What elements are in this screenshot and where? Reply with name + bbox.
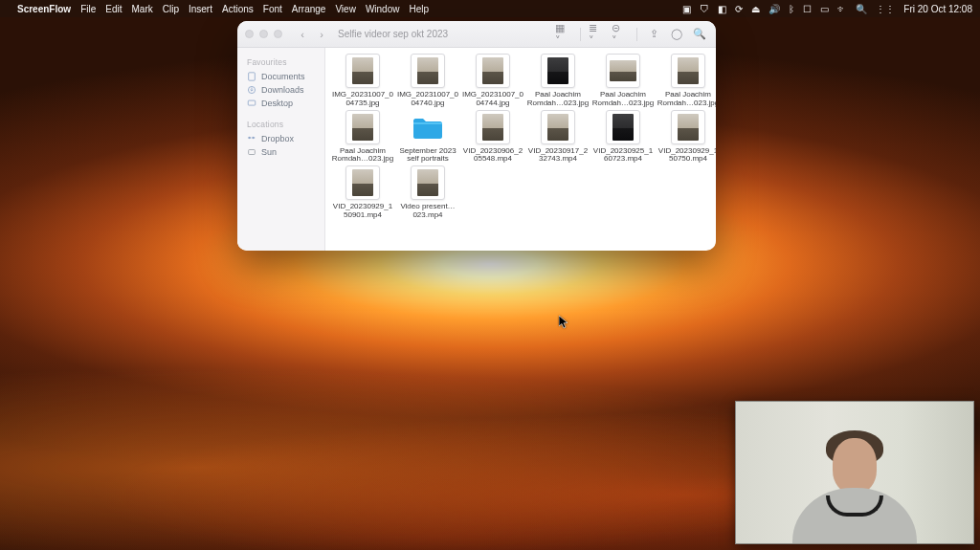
menu-clip[interactable]: Clip (163, 4, 179, 14)
sidebar-item-sun[interactable]: Sun (237, 145, 324, 159)
file-item[interactable]: September 2023 self portraits (396, 110, 459, 165)
file-item[interactable]: IMG_20231007_004735.jpg (331, 54, 394, 108)
forward-button[interactable]: › (315, 28, 328, 41)
minimize-button[interactable] (259, 30, 268, 38)
file-item[interactable]: VID_20230906_205548.mp4 (461, 110, 524, 165)
sidebar-item-label: Sun (261, 147, 277, 157)
image-thumbnail (411, 54, 445, 88)
window-title: Selfie videor sep okt 2023 (338, 29, 448, 39)
menu-font[interactable]: Font (263, 4, 282, 14)
image-thumbnail (606, 54, 640, 88)
file-item[interactable]: VID_20230925_160723.mp4 (591, 110, 655, 165)
image-thumbnail (671, 54, 705, 88)
sidebar-locations-header: Locations (237, 116, 324, 132)
file-name: Video present…023.mp4 (396, 203, 459, 220)
view-icons-button[interactable]: ▦ ˅ (555, 27, 572, 42)
bluetooth-icon[interactable]: ᛒ (789, 4, 794, 14)
search-icon[interactable]: 🔍 (856, 4, 867, 14)
video-thumbnail (476, 110, 510, 144)
video-thumbnail (411, 165, 445, 200)
back-button[interactable]: ‹ (296, 28, 309, 41)
group-button[interactable]: ≣ ˅ (589, 27, 606, 42)
menu-bar: ScreenFlow File Edit Mark Clip Insert Ac… (0, 0, 980, 17)
search-button[interactable]: 🔍 (691, 27, 708, 42)
file-name: IMG_20231007_004740.jpg (396, 91, 459, 108)
image-thumbnail (345, 54, 380, 88)
finder-content[interactable]: IMG_20231007_004735.jpgIMG_20231007_0047… (325, 48, 716, 251)
finder-sidebar: Favourites Documents Downloads Desktop L… (237, 48, 325, 251)
menu-mark[interactable]: Mark (132, 4, 153, 14)
video-thumbnail (606, 110, 640, 144)
sidebar-item-label: Desktop (261, 99, 293, 108)
video-thumbnail (541, 110, 575, 144)
zoom-button[interactable] (274, 30, 282, 38)
file-item[interactable]: Paal Joachim Romdah…023.jpg (657, 54, 716, 108)
menu-edit[interactable]: Edit (105, 4, 122, 14)
sidebar-item-label: Documents (261, 72, 305, 81)
tags-button[interactable]: ◯ (668, 27, 685, 42)
file-item[interactable]: Paal Joachim Romdah…023.jpg (526, 54, 590, 108)
sync-icon[interactable]: ⟳ (735, 4, 743, 14)
file-name: Paal Joachim Romdah…023.jpg (331, 147, 394, 165)
clock[interactable]: Fri 20 Oct 12:08 (903, 4, 972, 14)
menu-actions[interactable]: Actions (222, 4, 254, 14)
sidebar-item-desktop[interactable]: Desktop (237, 97, 324, 110)
menu-insert[interactable]: Insert (189, 4, 212, 14)
file-name: Paal Joachim Romdah…023.jpg (526, 91, 590, 108)
file-name: VID_20230929_150750.mp4 (657, 147, 716, 165)
sidebar-favourites-header: Favourites (237, 54, 324, 70)
file-item[interactable]: VID_20230929_150901.mp4 (331, 165, 394, 220)
finder-window: ‹ › Selfie videor sep okt 2023 ▦ ˅ ≣ ˅ ⊝… (237, 21, 716, 251)
file-name: IMG_20231007_004744.jpg (461, 91, 524, 108)
wifi-icon[interactable]: ᯤ (837, 4, 847, 14)
shield-icon[interactable]: ⛉ (700, 4, 709, 14)
file-item[interactable]: Paal Joachim Romdah…023.jpg (591, 54, 655, 108)
file-item[interactable]: Video present…023.mp4 (396, 165, 459, 220)
menu-arrange[interactable]: Arrange (292, 4, 326, 14)
file-item[interactable]: IMG_20231007_004744.jpg (461, 54, 524, 108)
file-name: September 2023 self portraits (396, 147, 459, 165)
app-menu[interactable]: ScreenFlow (17, 4, 71, 14)
image-thumbnail (541, 54, 575, 88)
file-name: Paal Joachim Romdah…023.jpg (591, 91, 655, 108)
camera-icon[interactable]: ▣ (682, 4, 691, 14)
video-thumbnail (345, 165, 380, 200)
file-item[interactable]: VID_20230917_232743.mp4 (526, 110, 590, 165)
display-icon[interactable]: ☐ (803, 4, 812, 14)
file-name: VID_20230929_150901.mp4 (331, 203, 394, 220)
file-item[interactable]: IMG_20231007_004740.jpg (396, 54, 459, 108)
file-name: VID_20230917_232743.mp4 (526, 147, 590, 165)
svg-rect-2 (248, 100, 256, 105)
sidebar-item-dropbox[interactable]: Dropbox (237, 132, 324, 145)
sidebar-item-downloads[interactable]: Downloads (237, 83, 324, 97)
control-center-icon[interactable]: ⋮⋮ (876, 4, 895, 14)
eject-icon[interactable]: ⏏ (751, 4, 760, 14)
menu-file[interactable]: File (80, 4, 96, 14)
image-thumbnail (345, 110, 380, 144)
file-name: VID_20230906_205548.mp4 (461, 147, 524, 165)
file-item[interactable]: Paal Joachim Romdah…023.jpg (331, 110, 394, 165)
finder-titlebar[interactable]: ‹ › Selfie videor sep okt 2023 ▦ ˅ ≣ ˅ ⊝… (237, 21, 716, 48)
svg-rect-0 (249, 73, 256, 80)
webcam-overlay (735, 401, 974, 544)
volume-icon[interactable]: 🔊 (768, 4, 780, 14)
share-button[interactable]: ⇪ (645, 27, 662, 42)
menu-help[interactable]: Help (409, 4, 429, 14)
image-thumbnail (476, 54, 510, 88)
app-status-icon[interactable]: ◧ (718, 4, 726, 14)
close-button[interactable] (245, 30, 254, 38)
file-name: Paal Joachim Romdah…023.jpg (657, 91, 716, 108)
menu-view[interactable]: View (335, 4, 356, 14)
svg-rect-3 (249, 150, 256, 155)
file-name: IMG_20231007_004735.jpg (331, 91, 394, 108)
sidebar-item-documents[interactable]: Documents (237, 70, 324, 83)
battery-icon[interactable]: ▭ (820, 4, 829, 14)
person (788, 421, 922, 544)
file-item[interactable]: VID_20230929_150750.mp4 (657, 110, 716, 165)
window-controls (245, 30, 282, 38)
menu-window[interactable]: Window (366, 4, 400, 14)
action-button[interactable]: ⊝ ˅ (612, 27, 629, 42)
file-name: VID_20230925_160723.mp4 (591, 147, 655, 165)
video-thumbnail (671, 110, 705, 144)
cursor-icon (559, 316, 568, 329)
